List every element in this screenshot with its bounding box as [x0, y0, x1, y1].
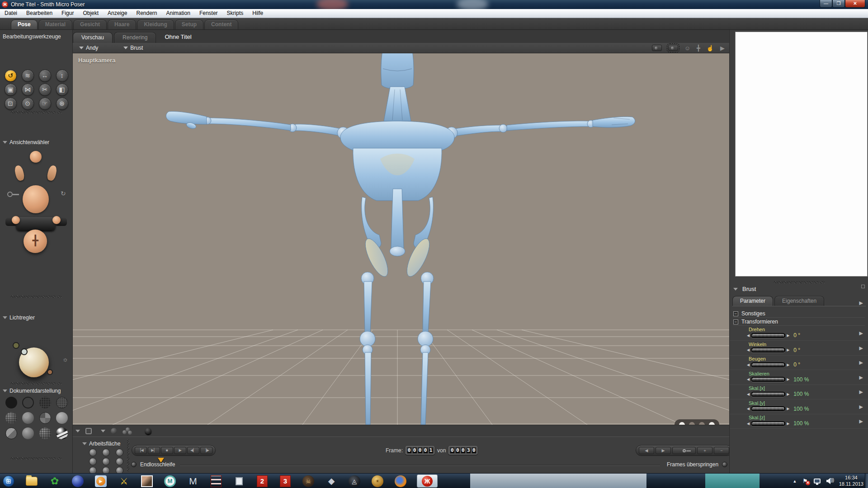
tab-vorschau[interactable]: Vorschau — [73, 32, 113, 43]
poser-taskbar-button[interactable]: Ж — [417, 474, 438, 488]
dial-left-arrow-icon[interactable]: ◀ — [747, 407, 750, 411]
move-camera-icon[interactable]: ╋ — [697, 45, 700, 52]
figure-right-shin[interactable] — [421, 352, 428, 425]
red-text-app-taskbar-button[interactable] — [209, 474, 223, 488]
dial-right-arrow-icon[interactable]: ▶ — [787, 363, 789, 367]
top-view-head-icon[interactable] — [30, 151, 42, 163]
start-button[interactable]: ⊞ — [2, 474, 15, 488]
chain-break-tool-button[interactable]: ✂ — [39, 84, 51, 96]
dial-expand-arrow-icon[interactable]: ▶ — [859, 389, 863, 395]
shading-sphere-icon[interactable] — [111, 428, 117, 434]
dial-knob[interactable] — [751, 421, 785, 426]
light-1-handle[interactable] — [13, 342, 19, 349]
light-2-handle[interactable] — [21, 348, 28, 355]
chevron-down-icon[interactable] — [75, 430, 80, 432]
skip-frames-radio[interactable] — [722, 462, 727, 467]
tracking-dots[interactable] — [675, 419, 719, 425]
dial-expand-arrow-icon[interactable]: ▶ — [859, 330, 863, 336]
key-app-taskbar-button[interactable]: ⚔ — [117, 474, 131, 488]
dial-right-arrow-icon[interactable]: ▶ — [787, 348, 789, 352]
scale-tool-button[interactable]: ▣ — [5, 84, 17, 96]
icq-taskbar-button[interactable]: ✿ — [48, 474, 61, 488]
scene-canvas[interactable] — [73, 53, 729, 425]
total-frames-field[interactable]: 00030 — [448, 446, 477, 455]
dial-expand-arrow-icon[interactable]: ▶ — [859, 418, 863, 424]
step-forward-button[interactable]: ▕▶ — [200, 447, 212, 454]
dial-left-arrow-icon[interactable]: ◀ — [747, 363, 750, 367]
figure-left-thigh[interactable] — [364, 282, 372, 333]
section-drag-handle[interactable] — [774, 281, 825, 283]
dial-expand-arrow-icon[interactable]: ▶ — [859, 360, 863, 366]
room-tab-kleidung[interactable]: Kleidung — [137, 19, 174, 29]
room-tab-material[interactable]: Material — [38, 19, 72, 29]
dial-knob[interactable] — [751, 347, 785, 352]
dial-expand-arrow-icon[interactable]: ▶ — [859, 404, 863, 410]
red-2-app-taskbar-button[interactable]: 2 — [255, 474, 269, 488]
color-tool-button[interactable]: ◧ — [56, 84, 68, 96]
dial-right-arrow-icon[interactable]: ▶ — [787, 407, 789, 411]
loop-radio[interactable] — [131, 462, 137, 467]
tray-chevron-icon[interactable]: ▲ — [793, 479, 797, 483]
dial-right-arrow-icon[interactable]: ▶ — [787, 422, 789, 426]
figure-left-shin[interactable] — [365, 352, 371, 425]
workspace-dot[interactable] — [89, 458, 97, 465]
network-icon[interactable] — [814, 479, 821, 483]
group-sonstiges[interactable]: − Sonstiges — [733, 310, 865, 318]
display-mode-silhouette[interactable] — [5, 397, 17, 408]
menu-item-anzeige[interactable]: Anzeige — [103, 9, 132, 18]
windows-explorer-taskbar-button[interactable] — [25, 474, 38, 488]
orbit-arrow-icon[interactable]: ↻ — [61, 190, 66, 197]
dial-control[interactable]: ◀▶100 % — [747, 391, 809, 397]
action-center-flag-icon[interactable]: ⚑✕ — [802, 478, 808, 484]
panel-collapse-box[interactable] — [861, 285, 865, 288]
dial-right-arrow-icon[interactable]: ▶ — [787, 377, 789, 381]
figure-neck[interactable] — [384, 87, 411, 121]
m-metal-app-taskbar-button[interactable]: M — [186, 474, 200, 488]
figure-left-hand[interactable] — [166, 111, 207, 124]
dial-left-arrow-icon[interactable]: ◀ — [747, 333, 750, 338]
display-mode-shaded-wireframe[interactable] — [5, 412, 17, 424]
dial-left-arrow-icon[interactable]: ◀ — [747, 377, 750, 381]
tab-rendering[interactable]: Rendering — [114, 32, 156, 43]
room-tab-haare[interactable]: Haare — [108, 19, 136, 29]
prev-key-button[interactable]: ◀ — [639, 447, 654, 454]
room-tab-pose[interactable]: Pose — [11, 19, 38, 29]
face-camera-icon[interactable]: ☺ — [684, 45, 690, 52]
last-frame-button[interactable]: ▶▏ — [148, 447, 160, 454]
first-frame-button[interactable]: ▕◀ — [135, 447, 147, 454]
taper-tool-button[interactable]: ⋈ — [22, 84, 34, 96]
dial-control[interactable]: ◀▶100 % — [747, 376, 809, 383]
delete-keyframe-button[interactable]: − — [714, 447, 729, 454]
section-drag-handle[interactable] — [11, 457, 61, 460]
window-app-taskbar-button[interactable] — [232, 474, 246, 488]
dial-control[interactable]: ◀▶0 ° — [747, 361, 800, 368]
unity-app-taskbar-button[interactable]: ◬ — [348, 474, 361, 488]
select-camera-icon[interactable] — [668, 45, 678, 51]
dark-sphere-icon[interactable] — [145, 428, 151, 434]
workspace-dot[interactable] — [89, 449, 97, 456]
rotate-tool-button[interactable]: ↺ — [5, 70, 17, 82]
multi-sphere-icon[interactable] — [123, 427, 132, 435]
minimize-button[interactable]: — — [820, 0, 832, 8]
room-tab-setup[interactable]: Setup — [175, 19, 203, 29]
display-mode-cartoon[interactable] — [5, 427, 17, 439]
view-selector-control[interactable]: ↻ ╋ — [0, 150, 73, 286]
chevron-down-icon[interactable] — [101, 430, 105, 432]
actor-selector[interactable]: Brust — [123, 45, 143, 51]
next-key-button[interactable]: ▶ — [656, 447, 671, 454]
display-mode-flat-lined[interactable] — [39, 412, 51, 424]
twist-tool-button[interactable]: ≋ — [22, 70, 34, 82]
section-drag-handle[interactable] — [11, 111, 61, 113]
hand-camera-icon[interactable]: ☝ — [707, 45, 714, 52]
menu-item-animation[interactable]: Animation — [162, 9, 195, 18]
menu-item-fenster[interactable]: Fenster — [195, 9, 222, 18]
current-frame-field[interactable]: 00001 — [406, 446, 434, 455]
collapse-triangle-icon[interactable] — [3, 141, 7, 144]
dial-right-arrow-icon[interactable]: ▶ — [787, 333, 789, 338]
library-panel[interactable] — [735, 32, 868, 277]
clock[interactable]: 16:34 18.11.2013 — [839, 474, 863, 487]
menu-item-datei[interactable]: Datei — [0, 9, 22, 18]
timeline-scrub-marker[interactable] — [158, 458, 164, 463]
dial-control[interactable]: ◀▶0 ° — [747, 347, 800, 353]
collapse-triangle-icon[interactable] — [82, 442, 87, 445]
